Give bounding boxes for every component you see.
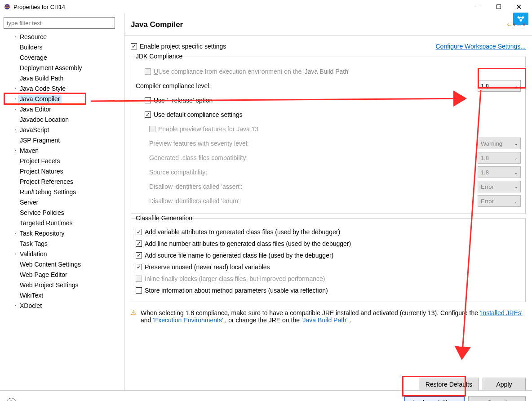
sidebar-item-web-page-editor[interactable]: Web Page Editor	[4, 269, 120, 280]
eclipse-icon	[4, 3, 11, 10]
sidebar-item-java-editor[interactable]: ›Java Editor	[4, 104, 120, 114]
sidebar-item-label: JavaScript	[18, 126, 51, 134]
sidebar-item-label: Project Natures	[18, 168, 65, 175]
line-attr-checkbox[interactable]	[136, 241, 142, 247]
jdk-compliance-group: JDK Compliance UUse compliance from exec…	[131, 57, 526, 214]
expand-arrow-icon[interactable]: ›	[13, 231, 18, 236]
preview-severity-select: Warning⌄	[478, 138, 521, 149]
maximize-button[interactable]	[489, 0, 509, 13]
configure-workspace-link[interactable]: Configure Workspace Settings...	[435, 43, 526, 50]
expand-arrow-icon[interactable]: ›	[13, 86, 18, 91]
sidebar-item-web-project-settings[interactable]: Web Project Settings	[4, 280, 120, 290]
filter-input[interactable]	[4, 17, 115, 29]
sidebar-item-targeted-runtimes[interactable]: Targeted Runtimes	[4, 218, 120, 228]
sidebar-item-builders[interactable]: Builders	[4, 42, 120, 52]
sidebar-item-label: Targeted Runtimes	[18, 219, 75, 227]
sidebar-item-label: Coverage	[18, 54, 49, 61]
sidebar-item-label: Server	[18, 199, 40, 206]
sidebar-item-label: XDoclet	[18, 302, 44, 309]
close-button[interactable]: ✕	[509, 0, 528, 13]
var-attr-checkbox[interactable]	[136, 229, 142, 235]
sidebar-item-maven[interactable]: ›Maven	[4, 145, 120, 156]
sidebar-item-java-build-path[interactable]: Java Build Path	[4, 73, 120, 83]
expand-arrow-icon[interactable]: ›	[13, 148, 18, 153]
category-tree: ›ResourceBuildersCoverageDeployment Asse…	[4, 31, 120, 311]
sidebar-item-task-tags[interactable]: Task Tags	[4, 238, 120, 249]
sidebar-item-jsp-fragment[interactable]: JSP Fragment	[4, 135, 120, 145]
assert-label: Disallow identifiers called 'assert':	[149, 183, 478, 190]
sidebar-item-label: WikiText	[18, 292, 45, 299]
sidebar-item-xdoclet[interactable]: ›XDoclet	[4, 300, 120, 311]
sidebar-item-web-content-settings[interactable]: Web Content Settings	[4, 259, 120, 269]
sidebar-item-label: Service Policies	[18, 209, 66, 216]
source-attr-checkbox[interactable]	[136, 252, 142, 258]
sidebar-item-label: Task Tags	[18, 240, 49, 247]
nav-forward-icon[interactable]: ⇨	[517, 21, 522, 28]
use-compliance-env-label: UUse compliance from execution environme…	[154, 68, 350, 75]
nav-back-menu-icon[interactable]: ▾	[513, 21, 516, 28]
installed-jres-link[interactable]: 'Installed JREs'	[480, 309, 523, 316]
sidebar-item-project-natures[interactable]: Project Natures	[4, 166, 120, 176]
main-panel: Java Compiler ⇦▾ ⇨▾ Enable project speci…	[124, 13, 532, 390]
sidebar-item-javascript[interactable]: ›JavaScript	[4, 125, 120, 135]
sidebar: ›ResourceBuildersCoverageDeployment Asse…	[0, 13, 124, 390]
store-params-label: Store information about method parameter…	[145, 287, 328, 294]
sidebar-item-javadoc-location[interactable]: Javadoc Location	[4, 114, 120, 125]
svg-point-0	[4, 4, 10, 9]
sidebar-item-label: Web Project Settings	[18, 281, 80, 289]
sidebar-item-label: JSP Fragment	[18, 137, 62, 144]
expand-arrow-icon[interactable]: ›	[13, 34, 18, 39]
sidebar-item-label: Maven	[18, 147, 40, 154]
sidebar-item-resource[interactable]: ›Resource	[4, 31, 120, 42]
enable-project-specific-checkbox[interactable]	[131, 43, 137, 49]
execution-env-link[interactable]: 'Execution Environments'	[153, 316, 223, 324]
sidebar-item-coverage[interactable]: Coverage	[4, 52, 120, 62]
help-icon[interactable]: ?	[6, 398, 16, 401]
classfile-generation-group: Classfile Generation Add variable attrib…	[131, 218, 526, 302]
expand-arrow-icon[interactable]: ›	[13, 251, 18, 256]
store-params-checkbox[interactable]	[136, 287, 142, 294]
minimize-button[interactable]	[469, 0, 489, 13]
source-compat-select: 1.8⌄	[478, 166, 521, 178]
sidebar-item-label: Builders	[18, 44, 44, 51]
nav-back-icon[interactable]: ⇦	[507, 21, 512, 28]
sidebar-item-deployment-assembly[interactable]: Deployment Assembly	[4, 62, 120, 73]
sidebar-item-project-references[interactable]: Project References	[4, 176, 120, 187]
sidebar-item-label: Java Editor	[18, 106, 53, 113]
expand-arrow-icon[interactable]: ›	[13, 127, 18, 132]
java-build-path-link[interactable]: 'Java Build Path'	[301, 316, 348, 324]
bottom-bar: ? Apply and Close Cancel	[0, 390, 532, 401]
expand-arrow-icon[interactable]: ›	[13, 107, 18, 111]
sidebar-item-run-debug-settings[interactable]: Run/Debug Settings	[4, 187, 120, 197]
restore-defaults-button[interactable]: Restore Defaults	[419, 378, 479, 390]
enum-label: Disallow identifiers called 'enum':	[149, 197, 478, 205]
compliance-level-label: Compiler compliance level:	[136, 82, 478, 89]
sidebar-item-java-compiler[interactable]: ›Java Compiler	[4, 94, 120, 104]
default-compliance-checkbox[interactable]	[145, 111, 151, 118]
inline-finally-label: Inline finally blocks (larger class file…	[145, 275, 325, 282]
preserve-unused-checkbox[interactable]	[136, 264, 142, 270]
sidebar-item-server[interactable]: Server	[4, 197, 120, 207]
sidebar-item-validation[interactable]: ›Validation	[4, 249, 120, 259]
default-compliance-label: Use default compliance settings	[154, 111, 243, 118]
cancel-button[interactable]: Cancel	[468, 396, 526, 401]
sidebar-item-java-code-style[interactable]: ›Java Code Style	[4, 83, 120, 94]
expand-arrow-icon[interactable]: ›	[13, 303, 18, 308]
warning-icon: ⚠	[131, 309, 138, 316]
sidebar-item-label: Java Code Style	[18, 85, 67, 92]
compliance-level-select[interactable]: 1.8⌄	[478, 80, 521, 92]
release-option-checkbox[interactable]	[145, 97, 151, 103]
nav-forward-menu-icon[interactable]: ▾	[523, 21, 526, 28]
sidebar-item-project-facets[interactable]: Project Facets	[4, 156, 120, 166]
generated-files-label: Generated .class files compatibility:	[149, 154, 478, 161]
window-title: Properties for CH14	[13, 4, 469, 10]
sidebar-item-wikitext[interactable]: WikiText	[4, 290, 120, 300]
source-attr-label: Add source file name to generated class …	[145, 252, 333, 259]
apply-and-close-button[interactable]: Apply and Close	[404, 396, 465, 401]
preview-severity-label: Preview features with severity level:	[149, 140, 478, 147]
sidebar-item-label: Web Page Editor	[18, 271, 69, 278]
sidebar-item-task-repository[interactable]: ›Task Repository	[4, 228, 120, 238]
expand-arrow-icon[interactable]: ›	[13, 96, 18, 101]
apply-button[interactable]: Apply	[483, 378, 526, 390]
sidebar-item-service-policies[interactable]: Service Policies	[4, 207, 120, 218]
